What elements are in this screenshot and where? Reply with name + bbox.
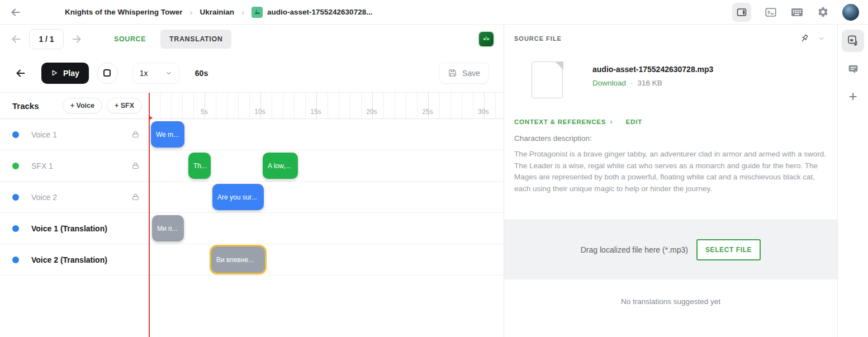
keyboard-icon[interactable] [790, 6, 804, 19]
context-references-link[interactable]: CONTEXT & REFERENCES [514, 118, 606, 125]
track-color-dot [12, 131, 19, 138]
file-drop-zone[interactable]: Drag localized file here (*.mp3) SELECT … [504, 220, 837, 279]
track-lane: Th...A low,... [149, 150, 504, 181]
playhead-caret-icon [149, 116, 153, 120]
breadcrumb-separator-icon: › [241, 7, 244, 17]
breadcrumb-project[interactable]: Knights of the Whispering Tower [65, 8, 183, 16]
add-panel-icon[interactable]: + [848, 89, 857, 103]
track-row: Voice 2Are you sur... [0, 182, 504, 213]
track-color-dot [12, 257, 19, 263]
download-link[interactable]: Download [592, 79, 626, 87]
breadcrumb-asset-label: audio-asset-1755242630728... [267, 8, 372, 16]
terminal-icon[interactable] [765, 6, 777, 18]
next-page-icon[interactable] [70, 33, 83, 45]
source-file-panel: SOURCE FILE audio-asset-1755242630728.mp… [504, 25, 838, 337]
ruler-tick-label: 15s [310, 108, 321, 116]
timeline-ruler[interactable]: 5s10s15s20s25s30s [149, 93, 504, 118]
ruler-tick [171, 93, 172, 118]
ruler-tick [350, 93, 350, 118]
play-button[interactable]: Play [41, 63, 89, 84]
ruler-tick [283, 93, 283, 118]
lock-icon[interactable] [131, 162, 140, 170]
playback-speed-select[interactable]: 1x [132, 63, 179, 84]
ruler-tick [294, 93, 295, 118]
pin-icon[interactable] [797, 31, 811, 45]
ruler-tick [193, 93, 194, 118]
audio-clip[interactable]: We m... [151, 121, 184, 148]
track-header[interactable]: Voice 2 [0, 182, 149, 212]
lock-icon[interactable] [131, 130, 140, 139]
document-icon [532, 61, 563, 98]
ruler-tick [450, 93, 451, 118]
chevron-down-icon[interactable] [818, 35, 825, 42]
comments-icon[interactable] [847, 64, 859, 75]
track-lane: Ви впевне... [149, 244, 504, 275]
ruler-tick [383, 93, 384, 118]
description-label: Characters description: [514, 134, 827, 143]
exit-editor-icon[interactable] [15, 67, 27, 79]
panel-toggle-button[interactable] [732, 3, 751, 22]
edit-link[interactable]: EDIT [626, 118, 642, 125]
avatar[interactable] [842, 4, 859, 21]
audio-clip[interactable]: Ми п... [152, 215, 184, 241]
save-button[interactable]: Save [439, 63, 489, 84]
asset-thumbnail-icon[interactable] [479, 32, 494, 46]
playhead[interactable] [149, 93, 150, 337]
ruler-tick [406, 93, 406, 118]
track-color-dot [12, 163, 19, 169]
stop-button[interactable] [97, 63, 118, 84]
breadcrumb-language[interactable]: Ukrainian [200, 8, 235, 16]
breadcrumb: Knights of the Whispering Tower › Ukrain… [65, 7, 372, 18]
description-text: The Protagonist is a brave ginger tabby,… [514, 149, 827, 194]
select-file-button[interactable]: SELECT FILE [696, 239, 761, 260]
track-header[interactable]: Voice 1 [0, 119, 149, 150]
ruler-tick [216, 93, 216, 118]
timeline: Tracks + Voice + SFX 5s10s15s20s25s30s V… [0, 93, 504, 337]
tab-source[interactable]: SOURCE [105, 30, 155, 49]
ruler-tick [238, 93, 239, 118]
file-name: audio-asset-1755242630728.mp3 [592, 65, 713, 74]
track-name: Voice 1 [31, 130, 57, 139]
lock-icon[interactable] [131, 193, 140, 201]
timeline-header: Tracks + Voice + SFX 5s10s15s20s25s30s [0, 93, 504, 119]
media-panel-button[interactable] [842, 30, 864, 52]
audio-editor: 1 / 1 SOURCE TRANSLATION Play [0, 25, 504, 337]
ruler-tick [227, 93, 227, 118]
back-icon[interactable] [9, 6, 22, 18]
breadcrumb-asset[interactable]: audio-asset-1755242630728... [252, 7, 372, 18]
panel-title: SOURCE FILE [514, 35, 562, 42]
ruler-tick [339, 93, 339, 118]
menu-icon[interactable] [35, 8, 47, 16]
audio-clip[interactable]: Are you sur... [212, 184, 264, 210]
track-header[interactable]: SFX 1 [0, 150, 149, 181]
media-file-icon [846, 34, 860, 48]
track-header[interactable]: Voice 1 (Translation) [0, 213, 149, 244]
file-size: 316 KB [638, 79, 662, 87]
track-header[interactable]: Voice 2 (Translation) [0, 244, 149, 275]
track-row: SFX 1Th...A low,... [0, 150, 504, 182]
audio-clip[interactable]: Ви впевне... [211, 246, 265, 273]
chevron-down-icon [165, 70, 172, 77]
page-indicator[interactable]: 1 / 1 [29, 29, 64, 49]
gear-icon[interactable] [817, 6, 829, 18]
ruler-tick [473, 93, 473, 118]
track-name: Voice 1 (Translation) [31, 224, 107, 233]
pager-row: 1 / 1 SOURCE TRANSLATION [0, 25, 504, 54]
view-tabs: SOURCE TRANSLATION [105, 30, 231, 49]
add-sfx-button[interactable]: + SFX [107, 98, 142, 113]
prev-page-icon[interactable] [10, 33, 22, 45]
ruler-tick [328, 93, 328, 118]
track-name: Voice 2 [31, 193, 57, 202]
ruler-tick-label: 30s [478, 108, 488, 116]
tracks-header: Tracks + Voice + SFX [0, 93, 149, 118]
tab-translation[interactable]: TRANSLATION [160, 30, 231, 49]
ruler-tick-label: 5s [201, 108, 208, 116]
breadcrumb-separator-icon: › [190, 7, 193, 17]
ruler-tick-label: 10s [254, 108, 265, 116]
audio-clip[interactable]: A low,... [263, 153, 298, 179]
ruler-tick [160, 93, 160, 118]
ruler-tick [395, 93, 395, 118]
audio-clip[interactable]: Th... [188, 153, 211, 179]
ruler-tick-label: 25s [422, 108, 433, 116]
add-voice-button[interactable]: + Voice [63, 98, 102, 113]
